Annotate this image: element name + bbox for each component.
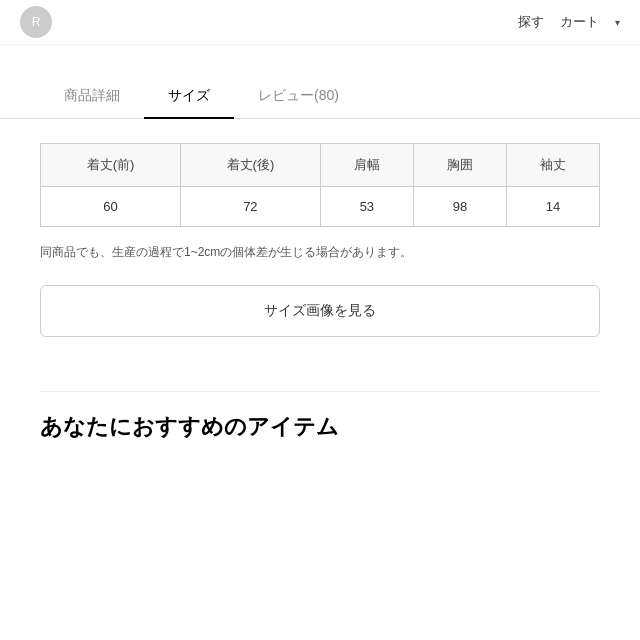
top-bar: R 探す カート ▾ — [0, 0, 640, 45]
search-link[interactable]: 探す — [518, 13, 544, 31]
table-header-row: 着丈(前) 着丈(後) 肩幅 胸囲 袖丈 — [41, 144, 600, 187]
col-header-front-length: 着丈(前) — [41, 144, 181, 187]
cell-sleeve: 14 — [506, 187, 599, 227]
cell-front-length: 60 — [41, 187, 181, 227]
col-header-sleeve: 袖丈 — [506, 144, 599, 187]
section-divider — [40, 391, 600, 392]
avatar: R — [20, 6, 52, 38]
size-table: 着丈(前) 着丈(後) 肩幅 胸囲 袖丈 60 72 53 98 14 — [40, 143, 600, 227]
col-header-shoulder: 肩幅 — [320, 144, 413, 187]
size-image-button[interactable]: サイズ画像を見る — [40, 285, 600, 337]
col-header-back-length: 着丈(後) — [180, 144, 320, 187]
cell-shoulder: 53 — [320, 187, 413, 227]
content-area: 着丈(前) 着丈(後) 肩幅 胸囲 袖丈 60 72 53 98 14 同商品で… — [0, 119, 640, 361]
chevron-down-icon[interactable]: ▾ — [615, 17, 620, 28]
tab-details[interactable]: 商品詳細 — [40, 75, 144, 119]
tab-reviews[interactable]: レビュー(80) — [234, 75, 363, 119]
col-header-chest: 胸囲 — [413, 144, 506, 187]
size-note: 同商品でも、生産の過程で1~2cmの個体差が生じる場合があります。 — [40, 243, 600, 261]
cell-chest: 98 — [413, 187, 506, 227]
cell-back-length: 72 — [180, 187, 320, 227]
tabs-section: 商品詳細 サイズ レビュー(80) — [0, 75, 640, 119]
table-row: 60 72 53 98 14 — [41, 187, 600, 227]
tab-size[interactable]: サイズ — [144, 75, 234, 119]
cart-link[interactable]: カート — [560, 13, 599, 31]
recommendation-heading: あなたにおすすめのアイテム — [0, 412, 640, 442]
